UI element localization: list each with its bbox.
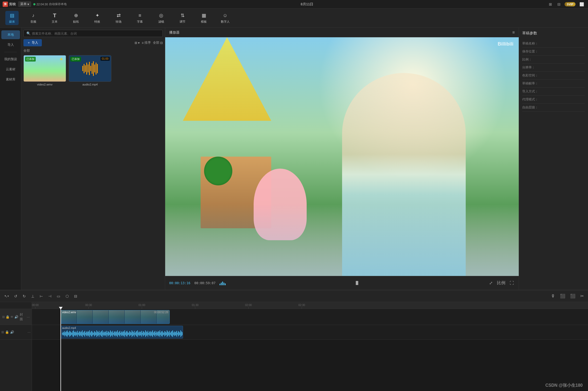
more-icon[interactable]: ··· bbox=[27, 315, 30, 319]
audio-waveform-bar bbox=[126, 331, 127, 336]
fullscreen-button[interactable]: ⛶ bbox=[509, 280, 515, 286]
audio-waveform-bar bbox=[76, 332, 77, 335]
search-bar: 🔍 bbox=[23, 30, 163, 37]
video-track-button[interactable]: ⬛ bbox=[569, 293, 577, 299]
vframe bbox=[77, 310, 93, 324]
layout-button[interactable]: ⊟ bbox=[556, 2, 562, 7]
audio-waveform-bar bbox=[166, 332, 167, 335]
search-input[interactable] bbox=[32, 32, 160, 35]
bilibili-logo: Billibili bbox=[498, 41, 513, 47]
play-pause-button[interactable]: ⏸ bbox=[354, 280, 360, 287]
audio-thumbnail: 已添加 01:00 bbox=[69, 55, 111, 82]
abar bbox=[221, 283, 222, 285]
prop-row-resolution: 分辨率： bbox=[522, 64, 585, 72]
audio-waveform-bar bbox=[93, 333, 94, 335]
prop-label-import-mode: 导入方式： bbox=[522, 89, 540, 94]
redo-button[interactable]: ↻ bbox=[21, 293, 27, 299]
cut-audio-button[interactable]: ✂ bbox=[579, 293, 585, 299]
effects-icon: ✦ bbox=[94, 12, 100, 19]
all-filter-button[interactable]: 全部 ⊟ bbox=[153, 40, 163, 45]
audio-track-button[interactable]: ⬛ bbox=[558, 293, 567, 299]
pip-button[interactable]: ⤢ bbox=[488, 280, 493, 286]
audio-waveform-bar bbox=[123, 331, 123, 336]
image-button[interactable]: ⊟ bbox=[72, 293, 79, 299]
tool-sticker[interactable]: ⊕ 贴纸 bbox=[69, 11, 83, 25]
view-toggle-button[interactable]: ⊞ ▾ bbox=[135, 41, 140, 45]
delete-button[interactable]: ▭ bbox=[55, 293, 62, 299]
nav-local[interactable]: 本地 bbox=[1, 30, 20, 39]
audio-waveform-bar bbox=[116, 331, 117, 336]
lock-icon[interactable]: 🔒 bbox=[6, 315, 10, 319]
more-icon-2[interactable]: ··· bbox=[27, 330, 31, 334]
audio-waveform-bar bbox=[152, 330, 153, 337]
nav-library[interactable]: 素材库 bbox=[1, 75, 20, 84]
audio-waveform-bar bbox=[138, 332, 139, 335]
tool-text[interactable]: T 文本 bbox=[48, 11, 61, 25]
protect-button[interactable]: ⬡ bbox=[64, 293, 70, 299]
menu-arrow: ▾ bbox=[27, 2, 29, 6]
nav-import[interactable]: 导入 bbox=[1, 40, 20, 49]
audio-level-indicator[interactable] bbox=[220, 281, 226, 285]
video-clip[interactable]: video2.wmv 00:00:52:28 bbox=[60, 310, 170, 324]
audio-waveform-bar bbox=[172, 331, 172, 336]
sort-icon: ≡ bbox=[142, 41, 144, 45]
timeline-ruler: 00:00 00:30 01:00 01:30 02:00 bbox=[32, 302, 588, 309]
player-viewport[interactable]: Billibili bbox=[165, 37, 519, 276]
ratio-button[interactable]: 比例 bbox=[496, 279, 506, 287]
import-button[interactable]: ＋ 导入 bbox=[23, 39, 42, 46]
plus-icon: ＋ bbox=[27, 40, 30, 45]
audio-waveform-bar bbox=[122, 332, 123, 335]
text-label: 文本 bbox=[52, 20, 58, 24]
nav-cloud[interactable]: 云素材 bbox=[1, 65, 20, 74]
timeline-main[interactable]: 00:00 00:30 01:00 01:30 02:00 bbox=[32, 302, 588, 391]
player-title: 播放器 bbox=[169, 30, 510, 35]
display-mode-button[interactable]: ⊞ bbox=[548, 2, 553, 7]
split-right-button[interactable]: ⊣ bbox=[47, 293, 53, 299]
tool-effects[interactable]: ✦ 特效 bbox=[91, 11, 104, 25]
list-item[interactable]: 已添加 video2.wmv bbox=[23, 55, 66, 86]
menu-button[interactable]: 菜单 ▾ bbox=[18, 1, 31, 7]
select-tool-button[interactable]: ↖ ▾ bbox=[3, 293, 10, 299]
lock-icon-2[interactable]: 🔒 bbox=[5, 330, 9, 334]
ruler-tick-5 bbox=[302, 307, 302, 309]
top-bar: 剪 剪映 菜单 ▾ 22:04:30 自动保存本地 8月11日 ⊞ ⊟ SVIP… bbox=[0, 0, 588, 9]
prop-row-name: 草稿名称： bbox=[522, 40, 585, 48]
audio-waveform-bar bbox=[79, 332, 79, 336]
csdn-watermark: CSDN @张小生180 bbox=[545, 383, 583, 388]
tool-audio[interactable]: ♪ 音频 bbox=[27, 11, 40, 25]
split-button[interactable]: ⊥ bbox=[30, 293, 36, 299]
undo-button[interactable]: ↺ bbox=[13, 293, 19, 299]
list-item[interactable]: 已添加 01:00 audio2.mp4 bbox=[69, 55, 111, 86]
timeline-body: ⊞ 🔒 👁 🔊 封面 ··· ⊞ 🔒 🔊 ··· 00:00 bbox=[0, 302, 588, 391]
tool-transition[interactable]: ⇄ 转场 bbox=[112, 11, 125, 25]
added-badge: 已添加 bbox=[25, 57, 36, 62]
speaker-icon-2[interactable]: 🔊 bbox=[10, 330, 14, 334]
window-control-button[interactable]: ⬜ bbox=[578, 2, 585, 7]
wbar bbox=[84, 64, 84, 73]
speaker-icon[interactable]: 🔊 bbox=[14, 315, 18, 319]
tool-adjust[interactable]: ⇅ 调节 bbox=[176, 11, 189, 25]
audio-waveform-bar bbox=[109, 332, 110, 335]
tool-subtitle[interactable]: ≡ 字幕 bbox=[133, 11, 147, 25]
tool-digital[interactable]: ☺ 数字人 bbox=[218, 11, 232, 25]
audio-waveform-bar bbox=[177, 333, 178, 335]
audio-waveform-bar bbox=[128, 332, 128, 335]
pool-area bbox=[165, 204, 519, 276]
audio-clip[interactable]: audio2.mp4 bbox=[60, 326, 183, 339]
mic-button[interactable]: 🎙 bbox=[549, 293, 557, 299]
total-time: 00:00:59:07 bbox=[194, 281, 215, 285]
sort-button[interactable]: ≡ 排序 bbox=[142, 40, 151, 45]
audio-waveform-bar bbox=[83, 332, 83, 335]
nav-preset[interactable]: 我的预设 bbox=[1, 55, 20, 64]
split-left-button[interactable]: ⊢ bbox=[38, 293, 44, 299]
tool-template[interactable]: ▦ 模板 bbox=[197, 11, 210, 25]
left-nav: 本地 导入 我的预设 云素材 素材库 bbox=[0, 28, 21, 290]
eye-icon[interactable]: 👁 bbox=[10, 315, 14, 319]
wbar bbox=[88, 64, 88, 72]
tool-media[interactable]: ▤ 媒体 bbox=[5, 11, 19, 25]
tool-filter[interactable]: ◎ 滤镜 bbox=[155, 11, 168, 25]
prop-label-framerate: 草稿帧率： bbox=[522, 81, 540, 86]
audio-waveform-bar bbox=[142, 333, 143, 335]
player-menu-icon[interactable]: ≡ bbox=[512, 30, 515, 35]
media-grid: 已添加 video2.wmv bbox=[23, 55, 163, 86]
